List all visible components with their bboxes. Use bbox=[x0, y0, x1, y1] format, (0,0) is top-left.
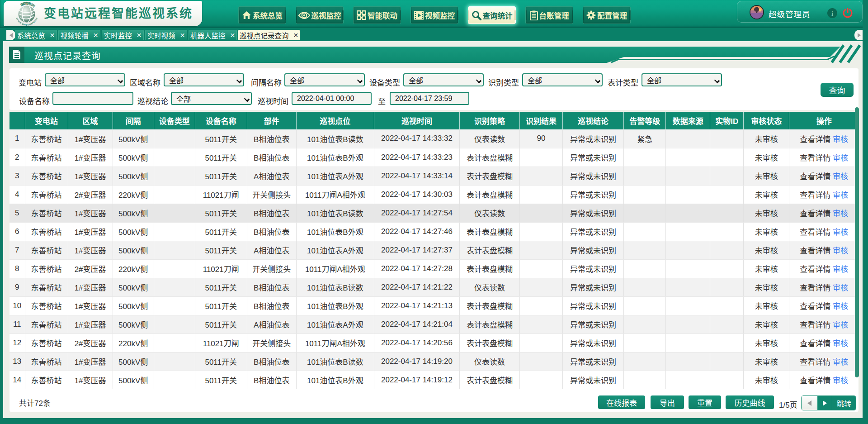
svg-text:i: i bbox=[831, 10, 833, 17]
svg-text:H: H bbox=[35, 17, 38, 20]
